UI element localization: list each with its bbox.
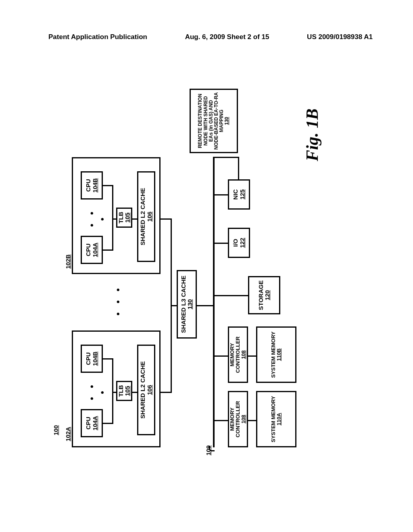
memctrl-label: MEMORY CONTROLLER xyxy=(229,328,241,382)
sysmem-ref: 110A xyxy=(276,413,282,425)
l2-label: SHARED L2 CACHE xyxy=(140,188,146,245)
line xyxy=(197,305,213,306)
io-ref: 122 xyxy=(239,238,246,248)
remote-l1: REMOTE DESTINATION xyxy=(198,94,203,148)
remote-l2: NODE WITH SHARED xyxy=(203,96,209,146)
memctrl-label: MEMORY CONTROLLER xyxy=(229,392,241,446)
line xyxy=(248,355,256,357)
l2-102a: SHARED L2 CACHE 106 xyxy=(137,345,155,435)
line xyxy=(112,392,116,393)
line xyxy=(103,185,113,186)
cpu-102b-b: CPU 104B xyxy=(81,171,103,200)
nic-label: NIC xyxy=(232,189,239,200)
memctrl-a: MEMORY CONTROLLER 108 xyxy=(228,391,248,447)
storage: STORAGE 120 xyxy=(248,276,280,314)
nic: NIC 125 xyxy=(228,179,250,210)
bus-curl xyxy=(209,446,215,451)
sysmem-label: SYSTEM MEMORY xyxy=(271,331,276,378)
line xyxy=(132,392,137,393)
tlb-label: TLB xyxy=(118,212,125,223)
cpu-dots-102b: • • • xyxy=(87,206,108,230)
cpu-ref: 104B xyxy=(92,351,99,366)
line xyxy=(214,243,228,244)
cpu-label: CPU xyxy=(85,352,92,365)
line xyxy=(112,358,113,424)
line xyxy=(112,185,113,251)
line xyxy=(103,358,113,360)
io: I/O 122 xyxy=(228,228,250,258)
figure-label: Fig. 1B xyxy=(302,108,322,161)
cpu-ref: 104A xyxy=(92,243,99,257)
line xyxy=(214,420,228,421)
cpu-102b-a: CPU 104A xyxy=(81,236,103,264)
bus-line xyxy=(213,157,215,447)
sysmem-ref: 110B xyxy=(276,348,282,361)
memctrl-ref: 108 xyxy=(241,350,246,359)
storage-ref: 120 xyxy=(264,290,271,300)
diagram: 100 102A CPU 104A • • • CPU 104B TLB 105… xyxy=(52,97,327,459)
cpu-ref: 104B xyxy=(92,178,99,193)
l2-ref: 106 xyxy=(146,385,153,395)
cpu-label: CPU xyxy=(85,179,92,192)
cpu-102a-a: CPU 104A xyxy=(81,409,103,437)
line xyxy=(161,392,171,393)
cpu-ref: 104A xyxy=(92,416,99,430)
line xyxy=(161,218,171,220)
cpu-102a-b: CPU 104B xyxy=(81,345,103,373)
tlb-ref: 105 xyxy=(124,212,131,222)
header-center: Aug. 6, 2009 Sheet 2 of 15 xyxy=(185,33,269,41)
line xyxy=(213,157,239,158)
sysmem-b: SYSTEM MEMORY 110B xyxy=(256,326,296,383)
remote-node: REMOTE DESTINATION NODE WITH SHARED EAs … xyxy=(190,89,238,153)
l3-ref: 130 xyxy=(187,299,194,309)
io-label: I/O xyxy=(232,239,239,247)
l2-102b: SHARED L2 CACHE 106 xyxy=(137,171,155,262)
cpu-label: CPU xyxy=(85,243,92,256)
remote-ref: 130 xyxy=(224,117,229,125)
l3-label: SHARED L3 CACHE xyxy=(180,276,187,333)
sysmem-a: SYSTEM MEMORY 110A xyxy=(256,391,296,447)
header-right: US 2009/0198938 A1 xyxy=(307,33,373,41)
chip-102a-label: 102A xyxy=(65,427,71,441)
line xyxy=(103,423,113,424)
storage-label: STORAGE xyxy=(258,281,265,310)
line xyxy=(214,355,228,357)
tlb-102a: TLB 105 xyxy=(116,381,132,401)
tlb-label: TLB xyxy=(118,385,125,397)
line xyxy=(214,295,248,296)
tlb-102b: TLB 105 xyxy=(116,208,132,228)
line xyxy=(112,218,116,220)
cpu-label: CPU xyxy=(85,417,92,430)
l2-label: SHARED L2 CACHE xyxy=(140,361,146,419)
system-ref: 100 xyxy=(52,425,59,435)
line xyxy=(214,194,228,195)
header-left: Patent Application Publication xyxy=(48,33,147,41)
memctrl-b: MEMORY CONTROLLER 108 xyxy=(228,326,248,383)
l3-cache: SHARED L3 CACHE 130 xyxy=(177,270,197,339)
l2-ref: 106 xyxy=(146,212,153,222)
chip-dots: • • • xyxy=(113,282,123,318)
tlb-ref: 105 xyxy=(124,386,131,396)
line xyxy=(103,249,113,251)
line xyxy=(238,157,239,179)
chip-102b-label: 102B xyxy=(65,254,71,269)
memctrl-ref: 108 xyxy=(241,415,246,424)
nic-ref: 125 xyxy=(239,189,246,200)
page-header: Patent Application Publication Aug. 6, 2… xyxy=(0,33,413,41)
sysmem-label: SYSTEM MEMORY xyxy=(271,396,276,442)
line xyxy=(248,420,256,421)
line xyxy=(132,218,137,220)
line xyxy=(171,305,177,306)
cpu-dots-102a: • • • xyxy=(87,379,108,403)
